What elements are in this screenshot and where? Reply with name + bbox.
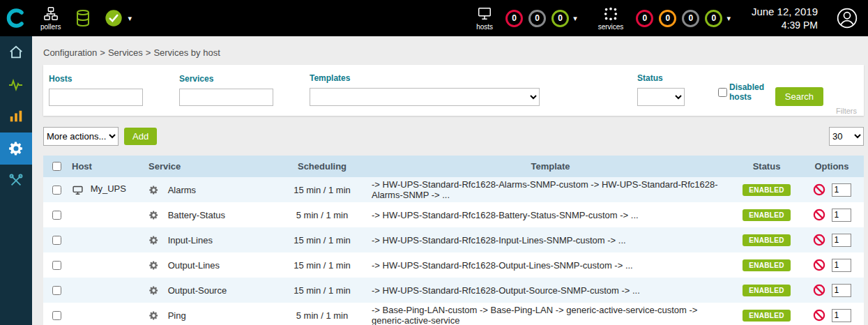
hosts-icon <box>476 6 493 22</box>
template-cell: -> HW-UPS-Standard-Rfc1628-Input-Lines-S… <box>367 227 733 252</box>
user-profile-button[interactable] <box>836 7 858 29</box>
template-cell: -> Base-Ping-LAN-custom -> Base-Ping-LAN… <box>367 303 733 325</box>
service-status-counter[interactable]: 0 <box>705 10 722 27</box>
header-host: Host <box>68 156 144 177</box>
user-icon <box>836 7 858 29</box>
topbar: pollers ▾ hosts 000 ▾ <box>0 0 868 36</box>
sidebar-item-administration[interactable] <box>0 165 32 197</box>
service-name[interactable]: Battery-Status <box>168 210 225 220</box>
services-filter-input[interactable] <box>179 89 273 106</box>
poller-ok-status-icon[interactable] <box>104 8 123 28</box>
weight-input[interactable] <box>832 209 851 222</box>
template-cell: -> HW-UPS-Standard-Rfc1628-Alarms-SNMP-c… <box>367 177 733 202</box>
weight-input[interactable] <box>832 284 851 297</box>
host-status-counter[interactable]: 0 <box>505 10 523 27</box>
scheduling-cell: 15 min / 1 min <box>277 278 367 303</box>
breadcrumb-item[interactable]: Services by host <box>153 47 220 58</box>
disable-service-icon[interactable] <box>813 284 825 296</box>
search-button[interactable]: Search <box>775 87 823 106</box>
status-filter-select[interactable] <box>637 88 685 106</box>
service-status-counter[interactable]: 0 <box>636 10 653 27</box>
service-status-counter[interactable]: 0 <box>682 10 699 27</box>
sidebar-item-home[interactable] <box>0 36 32 68</box>
service-gear-icon <box>149 235 159 245</box>
services-chevron-down-icon[interactable]: ▾ <box>726 14 731 23</box>
page-size-select[interactable]: 30 <box>829 127 864 146</box>
row-checkbox[interactable] <box>52 286 61 295</box>
centreon-logo[interactable] <box>0 0 32 36</box>
disable-service-icon[interactable] <box>813 309 825 322</box>
template-cell: -> HW-UPS-Standard-Rfc1628-Battery-Statu… <box>367 202 733 227</box>
hosts-filter-input[interactable] <box>49 89 143 106</box>
hosts-chevron-down-icon[interactable]: ▾ <box>573 14 577 23</box>
breadcrumb-separator: > <box>100 47 105 58</box>
service-name[interactable]: Output-Source <box>168 285 227 296</box>
disable-service-icon[interactable] <box>813 234 825 246</box>
weight-input[interactable] <box>832 309 851 322</box>
table-row: Ping 5 min / 1 min -> Base-Ping-LAN-cust… <box>43 303 864 325</box>
hosts-label: hosts <box>476 23 493 31</box>
host-counters: 000 <box>500 10 569 27</box>
add-button[interactable]: Add <box>124 128 157 145</box>
disable-service-icon[interactable] <box>813 183 825 196</box>
filter-card: Hosts Services Templates Status <box>43 65 864 116</box>
database-status-icon[interactable] <box>75 9 91 27</box>
templates-filter-select[interactable] <box>310 88 540 106</box>
weight-input[interactable] <box>832 183 851 197</box>
sidebar-item-monitoring[interactable] <box>0 68 32 100</box>
templates-filter-label: Templates <box>310 73 540 83</box>
sidebar <box>0 36 32 325</box>
service-name[interactable]: Input-Lines <box>168 235 213 245</box>
table-row: Input-Lines 15 min / 1 min -> HW-UPS-Sta… <box>43 227 864 252</box>
row-checkbox[interactable] <box>52 261 61 270</box>
row-checkbox[interactable] <box>52 211 61 220</box>
table-row: My_UPS Alarms 15 min / 1 min -> HW-UPS-S… <box>43 177 864 202</box>
row-checkbox[interactable] <box>52 186 61 195</box>
clock: June 12, 2019 4:39 PM <box>752 5 818 31</box>
host-status-counter[interactable]: 0 <box>528 10 546 27</box>
weight-input[interactable] <box>832 234 851 247</box>
service-name[interactable]: Output-Lines <box>168 260 220 271</box>
service-name[interactable]: Alarms <box>168 185 196 195</box>
hosts-filter-group: Hosts <box>49 74 143 106</box>
services-menu[interactable]: services <box>598 6 624 31</box>
host-icon <box>72 184 84 196</box>
service-name[interactable]: Ping <box>168 310 186 321</box>
status-filter-label: Status <box>637 73 685 83</box>
disable-service-icon[interactable] <box>813 209 825 221</box>
host-name[interactable]: My_UPS <box>91 183 126 194</box>
disabled-hosts-label[interactable]: Disabled hosts <box>729 82 775 102</box>
disabled-hosts-checkbox[interactable] <box>718 88 727 97</box>
status-badge: ENABLED <box>743 234 790 246</box>
service-status-counter[interactable]: 0 <box>659 10 676 27</box>
row-checkbox[interactable] <box>52 311 61 320</box>
chart-icon <box>8 109 24 124</box>
sidebar-item-configuration[interactable] <box>0 133 32 165</box>
service-gear-icon <box>149 260 159 271</box>
tools-icon <box>8 173 24 188</box>
pollers-menu[interactable]: pollers <box>40 6 61 31</box>
row-checkbox[interactable] <box>52 236 61 245</box>
services-filter-label: Services <box>179 74 273 84</box>
breadcrumb-item[interactable]: Services <box>108 47 143 58</box>
status-badge: ENABLED <box>743 310 790 322</box>
filters-caption: Filters <box>836 107 857 115</box>
breadcrumb: Configuration>Services>Services by host <box>43 43 864 65</box>
disable-service-icon[interactable] <box>813 259 825 271</box>
hosts-menu[interactable]: hosts <box>476 6 493 31</box>
sidebar-item-reporting[interactable] <box>0 100 32 133</box>
pollers-icon <box>43 6 59 22</box>
services-icon <box>602 6 619 22</box>
poller-chevron-down-icon[interactable]: ▾ <box>128 14 132 23</box>
header-status: Status <box>733 156 800 177</box>
template-cell: -> HW-UPS-Standard-Rfc1628-Output-Source… <box>367 278 733 303</box>
status-badge: ENABLED <box>743 209 790 221</box>
breadcrumb-item[interactable]: Configuration <box>43 47 97 58</box>
select-all-checkbox[interactable] <box>52 162 61 171</box>
host-status-counter[interactable]: 0 <box>551 10 569 27</box>
table-row: Battery-Status 5 min / 1 min -> HW-UPS-S… <box>43 202 864 227</box>
hosts-filter-label: Hosts <box>49 74 143 84</box>
weight-input[interactable] <box>832 259 851 272</box>
more-actions-select[interactable]: More actions... <box>43 127 119 146</box>
breadcrumb-separator: > <box>146 47 151 58</box>
